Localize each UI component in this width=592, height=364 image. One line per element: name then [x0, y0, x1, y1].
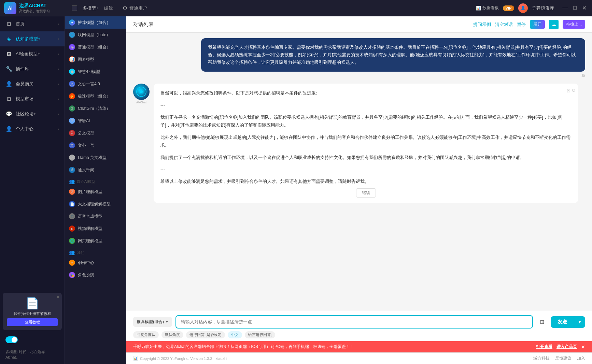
footer-link-feedback[interactable]: 反馈建议 [555, 355, 572, 361]
model-item-normal[interactable]: ◈ 普通模型（组合） [65, 41, 126, 53]
nav-arrow: › [58, 67, 59, 71]
model-item-wenxin2[interactable]: 文 文心一言 [65, 139, 126, 151]
model-dot-fast: ⚡ [69, 93, 75, 99]
multimodel-checkbox[interactable] [72, 5, 77, 11]
close-btn[interactable]: ✕ [581, 5, 588, 11]
model-item-video[interactable]: ▶ 视频理解模型 [65, 222, 126, 235]
sidebar-item-home[interactable]: ⊞ 首页 › [0, 16, 65, 31]
chat-header: 对话列表 提问示例 清空对话 暂停 展开 ☁ 拖拽上... [126, 16, 592, 33]
notification-product-btn[interactable]: 进入产品页 [556, 344, 577, 350]
banner-view-btn[interactable]: 查看教程 [7, 318, 58, 326]
sidebar-item-aipainting[interactable]: 🖼 AI绘画模型+ › [0, 46, 65, 61]
copy-icon[interactable]: ⎘ [567, 86, 569, 95]
footer-link-yufang[interactable]: 域方科技 [533, 355, 550, 361]
model-item-network[interactable]: 🌐 联网模型（bate） [65, 29, 126, 41]
continue-btn[interactable]: 继续 [356, 188, 376, 198]
edit-btn[interactable]: 编辑 [104, 5, 113, 11]
model-selector[interactable]: 推荐模型(组合) ▼ [133, 317, 172, 327]
send-btn[interactable]: 发送 [551, 316, 574, 328]
sidebar-item-plugins[interactable]: 🔧 插件库 › [0, 61, 65, 76]
ai-text-4: 此外之外，我们期待他/她能够展现出卓越的[人际交往能力]，能够在团队中协作，并与… [160, 133, 572, 149]
model-item-fast[interactable]: ⚡ 极速模型（组合） [65, 90, 126, 102]
tag-reply[interactable]: 进行回答; 是否设定 [186, 331, 225, 338]
model-item-llama[interactable]: LM Llama 英文模型 [65, 151, 126, 164]
ai-text-7: 希望以上修改能够满足您的需求，并吸引到符合条件的人才。如果还有其他方面需要调整，… [160, 177, 572, 185]
model-label: 视频理解模型 [78, 226, 102, 232]
settings-icon: ⚙ [123, 5, 127, 11]
maximize-btn[interactable]: □ [572, 5, 578, 11]
nav-arrow: › [58, 52, 59, 56]
model-label: 通义千问 [78, 167, 94, 173]
cloud-btn[interactable]: ☁ [549, 20, 559, 29]
model-label: 文心一言 [78, 143, 94, 148]
sidebar-item-cogmodel[interactable]: ◈ 认知多模型+ ‹ [0, 31, 65, 46]
data-dashboard-btn[interactable]: 📊 数据看板 [476, 5, 499, 11]
drag-btn[interactable]: 拖拽上... [563, 20, 585, 29]
footer-link-join[interactable]: 加入 [577, 355, 585, 361]
username: 子弹鸡蛋弹 [532, 5, 554, 11]
nav-arrow: › [58, 82, 59, 86]
chat-messages: 我希望你能充当人才招聘基本条件编写专家。需要你对我的需求帮我评审及修改人才招聘的… [126, 33, 592, 311]
ai-text-2: --- [160, 101, 572, 109]
model-item-doc[interactable]: 📄 大文档理解解模型 [65, 198, 126, 210]
model-dot-wenxin2: 文 [69, 142, 75, 148]
model-label: 推荐模型（组合） [78, 20, 111, 26]
minimize-btn[interactable]: — [561, 5, 569, 11]
settings-label: 普通用户 [129, 5, 147, 11]
chat-input[interactable] [175, 315, 533, 329]
model-item-zhiyu[interactable]: 智 智语AI [65, 115, 126, 127]
model-dot-purple: ◈ [69, 44, 75, 50]
model-item-wenxin4[interactable]: 文 文心一言4.0 [65, 78, 126, 90]
hint-btn[interactable]: 提问示例 [473, 21, 491, 28]
clear-btn[interactable]: 清空对话 [495, 21, 513, 28]
model-dot-voice: 🎵 [69, 213, 75, 219]
notification-open-btn[interactable]: 打开查看 [536, 344, 552, 350]
refresh-icon[interactable]: ↻ [572, 86, 576, 95]
grid-icon-btn[interactable]: ⊞ [536, 317, 547, 327]
model-item-img[interactable]: 🖼 图片理解模型 [65, 186, 126, 198]
banner-close-btn[interactable]: ✕ [56, 295, 60, 300]
model-item-gongwen[interactable]: 公 公文模型 [65, 127, 126, 139]
logo-title: 边界AICHAT [19, 3, 50, 9]
pause-btn[interactable]: 暂停 [517, 21, 526, 28]
model-label: 极速模型（组合） [78, 93, 111, 99]
sidebar-item-membership[interactable]: 👤 会员购买 › [0, 76, 65, 91]
model-dot-tongyi: 通 [69, 167, 75, 173]
input-tags: 回复角度从 默认角度 进行回答; 是否设定 中文 语言进行回答; [133, 331, 585, 338]
model-label: Llama 英文模型 [78, 155, 107, 161]
notification-close-btn[interactable]: ✕ [581, 344, 585, 350]
model-label: 语音合成模型 [78, 214, 102, 219]
tag-lang[interactable]: 中文 [228, 331, 242, 338]
toggle-switch[interactable] [5, 336, 18, 343]
model-label: 创作中心 [78, 260, 94, 266]
sidebar-item-community[interactable]: 💬 社区论坛+ › [0, 106, 65, 121]
model-label: 图片理解模型 [78, 189, 102, 195]
model-item-voice[interactable]: 🎵 语音合成模型 [65, 210, 126, 222]
expand-btn[interactable]: 展开 [530, 20, 545, 29]
model-item-web[interactable]: 🌐 网页理解模型 [65, 235, 126, 247]
model-label: 角色扮演 [78, 272, 94, 278]
chat-area: 对话列表 提问示例 清空对话 暂停 展开 ☁ 拖拽上... 我希望你能充当人才招… [126, 16, 592, 364]
sidebar-item-profile[interactable]: 👤 个人中心 › [0, 121, 65, 136]
send-dropdown-btn[interactable]: ▼ [574, 316, 585, 328]
model-dot-web: 🌐 [69, 238, 75, 244]
model-item-create[interactable]: ✏ 创作中心 [65, 257, 126, 269]
model-item-chart[interactable]: 📊 图表模型 [65, 53, 126, 65]
model-item-tongyi[interactable]: 通 通义千问 [65, 164, 126, 176]
tag-angle[interactable]: 回复角度从 [133, 331, 159, 338]
tag-default[interactable]: 默认角度 [161, 331, 183, 338]
model-item-role[interactable]: 🎭 角色扮演 [65, 269, 126, 281]
vip-badge[interactable]: VIP [503, 5, 515, 11]
model-item-chatglm[interactable]: G ChatGlm（清华） [65, 102, 126, 115]
ai-bubble: ⎘ ↻ 当然可以，很高兴为您修改招聘条件。以下是对您提供的招聘基本条件的改进版:… [154, 84, 578, 203]
user-message: 我希望你能充当人才招聘基本条件编写专家。需要你对我的需求帮我评审及修改人才招聘的… [201, 38, 585, 72]
sidebar-banner: ✕ 📄 软件操作手册节节教程 查看教程 [3, 293, 62, 330]
sidebar-item-modelmarket[interactable]: ⊞ 模型市场 › [0, 91, 65, 106]
sidebar: ⊞ 首页 › ◈ 认知多模型+ ‹ 🖼 AI绘画模型+ › 🔧 插件库 › 👤 … [0, 16, 65, 364]
tag-langend[interactable]: 语言进行回答; [245, 331, 275, 338]
model-item-recommend[interactable]: ✦ 推荐模型（组合） [65, 16, 126, 29]
nav-arrow: › [58, 97, 59, 101]
community-icon: 💬 [5, 111, 12, 117]
model-item-smart4[interactable]: ◉ 智慧4.0模型 [65, 65, 126, 78]
sidebar-item-label: AI绘画模型+ [16, 51, 54, 57]
